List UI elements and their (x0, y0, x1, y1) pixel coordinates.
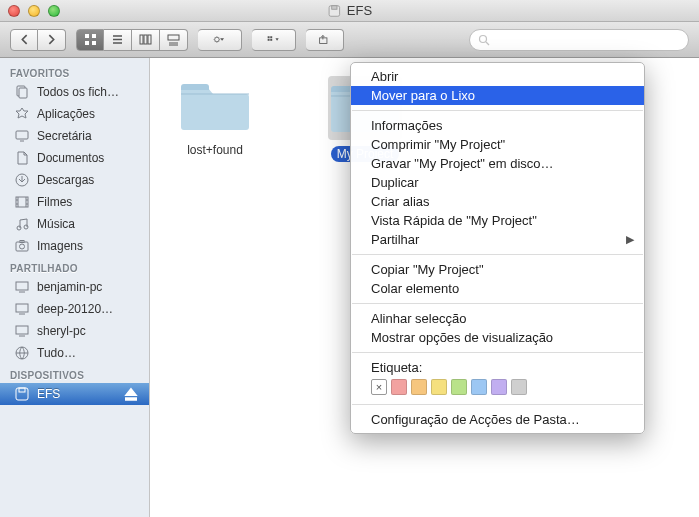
ctx-clean-up[interactable]: Alinhar selecção (351, 309, 644, 328)
back-button[interactable] (10, 29, 38, 51)
svg-rect-13 (268, 39, 270, 41)
svg-rect-8 (148, 35, 151, 44)
folder-icon (180, 76, 250, 132)
sidebar-item-desktop[interactable]: Secretária (0, 125, 149, 147)
ctx-compress[interactable]: Comprimir "My Project" (351, 135, 644, 154)
window-body: FAVORITOS Todos os fich… Aplicações Secr… (0, 58, 699, 517)
arrange-menu-button[interactable] (252, 29, 296, 51)
label-swatch-gray[interactable] (511, 379, 527, 395)
pictures-icon (14, 238, 30, 254)
share-button[interactable] (306, 29, 344, 51)
sidebar-section-header: PARTILHADO (0, 257, 149, 276)
svg-rect-14 (270, 39, 272, 41)
svg-point-10 (215, 37, 220, 42)
folder-item[interactable]: lost+found (170, 76, 260, 158)
sidebar-item-music[interactable]: Música (0, 213, 149, 235)
zoom-window-button[interactable] (48, 5, 60, 17)
nav-buttons (10, 29, 66, 51)
ctx-separator (352, 404, 643, 405)
svg-rect-7 (144, 35, 147, 44)
ctx-move-to-trash[interactable]: Mover para o Lixo (351, 86, 644, 105)
ctx-label-swatches: × (351, 379, 644, 399)
sidebar-item-downloads[interactable]: Descargas (0, 169, 149, 191)
ctx-separator (352, 254, 643, 255)
label-swatch-purple[interactable] (491, 379, 507, 395)
svg-rect-1 (331, 5, 336, 9)
svg-rect-11 (268, 36, 270, 38)
ctx-open[interactable]: Abrir (351, 67, 644, 86)
svg-rect-24 (16, 242, 28, 251)
sidebar-item-shared-pc[interactable]: sheryl-pc (0, 320, 149, 342)
svg-rect-18 (19, 88, 27, 98)
downloads-icon (14, 172, 30, 188)
ctx-duplicate[interactable]: Duplicar (351, 173, 644, 192)
context-menu: Abrir Mover para o Lixo Informações Comp… (350, 62, 645, 434)
sidebar: FAVORITOS Todos os fich… Aplicações Secr… (0, 58, 150, 517)
ctx-make-alias[interactable]: Criar alias (351, 192, 644, 211)
sidebar-item-label: Tudo… (37, 346, 76, 360)
svg-rect-3 (92, 34, 96, 38)
ctx-separator (352, 352, 643, 353)
sidebar-item-movies[interactable]: Filmes (0, 191, 149, 213)
svg-rect-5 (92, 41, 96, 45)
svg-rect-12 (270, 36, 272, 38)
close-window-button[interactable] (8, 5, 20, 17)
minimize-window-button[interactable] (28, 5, 40, 17)
column-view-button[interactable] (132, 29, 160, 51)
svg-rect-9 (168, 35, 179, 40)
eject-icon[interactable] (123, 386, 139, 402)
label-swatch-yellow[interactable] (431, 379, 447, 395)
label-swatch-red[interactable] (391, 379, 407, 395)
sidebar-item-all-shared[interactable]: Tudo… (0, 342, 149, 364)
label-swatch-green[interactable] (451, 379, 467, 395)
list-view-button[interactable] (104, 29, 132, 51)
ctx-share[interactable]: Partilhar▶ (351, 230, 644, 249)
ctx-quick-look[interactable]: Vista Rápida de "My Project" (351, 211, 644, 230)
sidebar-item-all-files[interactable]: Todos os fich… (0, 81, 149, 103)
svg-point-16 (480, 35, 487, 42)
titlebar: EFS (0, 0, 699, 22)
sidebar-item-label: Aplicações (37, 107, 95, 121)
content-pane[interactable]: lost+found My Project Abrir Mover para o… (150, 58, 699, 517)
sidebar-item-label: deep-20120… (37, 302, 113, 316)
action-menu-button[interactable] (198, 29, 242, 51)
sidebar-section-header: DISPOSITIVOS (0, 364, 149, 383)
sidebar-item-device-efs[interactable]: EFS (0, 383, 149, 405)
sidebar-item-label: Documentos (37, 151, 104, 165)
coverflow-view-button[interactable] (160, 29, 188, 51)
label-swatch-orange[interactable] (411, 379, 427, 395)
ctx-item-label: Partilhar (371, 232, 419, 247)
label-swatch-blue[interactable] (471, 379, 487, 395)
sidebar-item-applications[interactable]: Aplicações (0, 103, 149, 125)
sidebar-item-label: Todos os fich… (37, 85, 119, 99)
svg-rect-19 (16, 131, 28, 139)
icon-view-button[interactable] (76, 29, 104, 51)
label-swatch-none[interactable]: × (371, 379, 387, 395)
ctx-burn[interactable]: Gravar "My Project" em disco… (351, 154, 644, 173)
ctx-view-options[interactable]: Mostrar opções de visualização (351, 328, 644, 347)
sidebar-item-pictures[interactable]: Imagens (0, 235, 149, 257)
applications-icon (14, 106, 30, 122)
svg-rect-2 (85, 34, 89, 38)
disk-icon (14, 386, 30, 402)
folder-icon-wrap (180, 76, 250, 136)
search-field[interactable] (469, 29, 689, 51)
ctx-separator (352, 303, 643, 304)
sidebar-item-label: Música (37, 217, 75, 231)
svg-rect-27 (16, 282, 28, 290)
ctx-separator (352, 110, 643, 111)
sidebar-item-documents[interactable]: Documentos (0, 147, 149, 169)
forward-button[interactable] (38, 29, 66, 51)
svg-rect-6 (140, 35, 143, 44)
sidebar-item-shared-pc[interactable]: benjamin-pc (0, 276, 149, 298)
sidebar-item-label: Imagens (37, 239, 83, 253)
sidebar-item-shared-pc[interactable]: deep-20120… (0, 298, 149, 320)
action-button-group (198, 29, 242, 51)
ctx-folder-actions[interactable]: Configuração de Acções de Pasta… (351, 410, 644, 429)
ctx-get-info[interactable]: Informações (351, 116, 644, 135)
ctx-paste[interactable]: Colar elemento (351, 279, 644, 298)
network-icon (14, 345, 30, 361)
window-controls (8, 5, 60, 17)
ctx-copy[interactable]: Copiar "My Project" (351, 260, 644, 279)
ctx-label-header: Etiqueta: (351, 358, 644, 379)
